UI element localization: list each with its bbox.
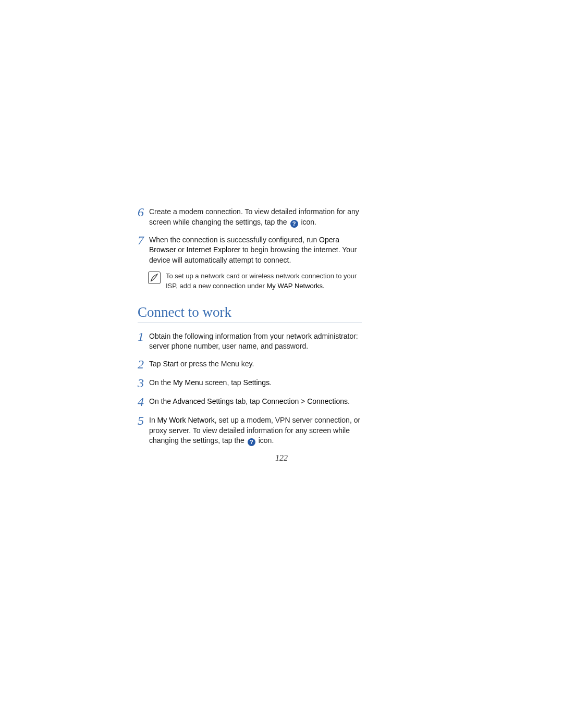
page-number: 122	[0, 453, 563, 463]
work-steps: 1Obtain the following information from y…	[138, 330, 362, 446]
step-number: 5	[138, 414, 149, 427]
ui-term: Advanced Settings	[173, 397, 234, 405]
step-row: 3On the My Menu screen, tap Settings.	[138, 377, 362, 389]
section-heading: Connect to work	[138, 304, 362, 320]
step-body: On the Advanced Settings tab, tap Connec…	[149, 396, 350, 407]
step-body: In My Work Network, set up a modem, VPN …	[149, 414, 362, 446]
step-row: 5In My Work Network, set up a modem, VPN…	[138, 414, 362, 446]
step-number: 3	[138, 377, 149, 389]
top-steps: 6Create a modem connection. To view deta…	[138, 206, 362, 265]
ui-term: Opera Browser	[149, 236, 339, 254]
step-row: 2Tap Start or press the Menu key.	[138, 358, 362, 371]
step-row: 7When the connection is successfully con…	[138, 234, 362, 266]
step-body: Tap Start or press the Menu key.	[149, 358, 254, 369]
heading-rule	[138, 323, 362, 323]
ui-term: Internet Explorer	[187, 245, 241, 254]
page-content: 6Create a modem connection. To view deta…	[138, 206, 362, 452]
help-icon: ?	[290, 220, 298, 228]
step-number: 4	[138, 396, 149, 408]
step-body: When the connection is successfully conf…	[149, 234, 362, 266]
manual-page: 6Create a modem connection. To view deta…	[0, 0, 563, 728]
step-body: Obtain the following information from yo…	[149, 330, 362, 352]
ui-term: My WAP Networks	[266, 282, 323, 290]
step-number: 1	[138, 330, 149, 343]
step-number: 7	[138, 234, 149, 246]
note-icon	[148, 272, 161, 284]
ui-term: Connection	[262, 397, 299, 405]
step-body: Create a modem connection. To view detai…	[149, 206, 362, 228]
step-number: 6	[138, 206, 149, 218]
step-body: On the My Menu screen, tap Settings.	[149, 377, 272, 388]
ui-term: Start	[163, 360, 178, 368]
step-row: 6Create a modem connection. To view deta…	[138, 206, 362, 228]
ui-term: Settings	[243, 378, 270, 387]
note-block: To set up a network card or wireless net…	[148, 272, 362, 290]
step-number: 2	[138, 358, 149, 371]
step-row: 1Obtain the following information from y…	[138, 330, 362, 352]
note-text: To set up a network card or wireless net…	[166, 272, 362, 290]
ui-term: My Work Network	[157, 416, 215, 424]
ui-term: Connections	[307, 397, 348, 405]
ui-term: My Menu	[173, 378, 203, 387]
help-icon: ?	[248, 438, 255, 446]
step-row: 4On the Advanced Settings tab, tap Conne…	[138, 396, 362, 408]
